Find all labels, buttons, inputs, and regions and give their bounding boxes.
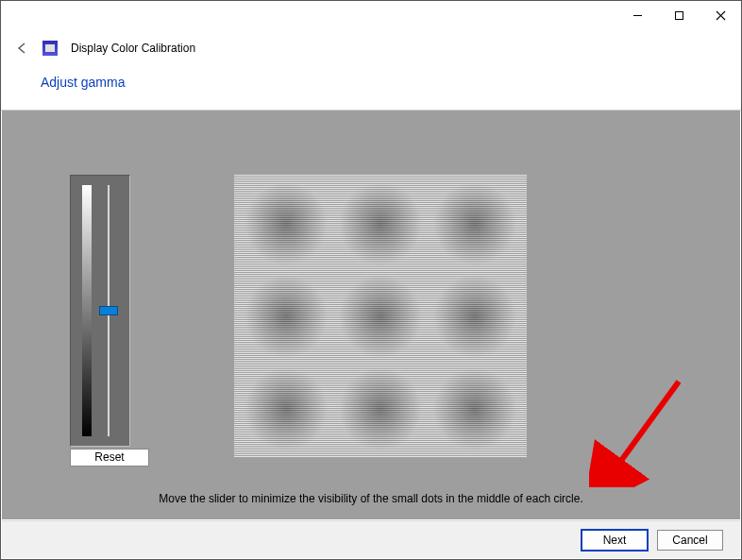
- app-title: Display Color Calibration: [71, 42, 195, 55]
- slider-thumb[interactable]: [99, 306, 118, 315]
- gradient-strip: [82, 185, 92, 436]
- gamma-slider-panel: [70, 175, 130, 447]
- next-button[interactable]: Next: [582, 530, 648, 551]
- annotation-arrow-icon: [589, 374, 693, 487]
- cancel-button[interactable]: Cancel: [657, 530, 723, 551]
- page-title: Adjust gamma: [1, 56, 741, 90]
- gamma-calibration-image: [234, 175, 527, 458]
- footer: Next Cancel: [2, 520, 740, 558]
- app-icon: [42, 41, 58, 56]
- maximize-button[interactable]: [658, 2, 700, 28]
- gamma-slider[interactable]: [99, 185, 118, 436]
- instruction-text: Move the slider to minimize the visibili…: [2, 492, 740, 505]
- header: Display Color Calibration Adjust gamma: [1, 31, 741, 110]
- window-titlebar: [1, 1, 741, 29]
- minimize-button[interactable]: [616, 2, 658, 28]
- svg-rect-17: [234, 175, 527, 458]
- svg-rect-1: [675, 11, 683, 19]
- close-button[interactable]: [700, 2, 741, 28]
- main-panel: Reset: [2, 110, 740, 519]
- svg-line-18: [616, 382, 679, 468]
- reset-button[interactable]: Reset: [70, 449, 149, 467]
- back-button[interactable]: [14, 41, 29, 56]
